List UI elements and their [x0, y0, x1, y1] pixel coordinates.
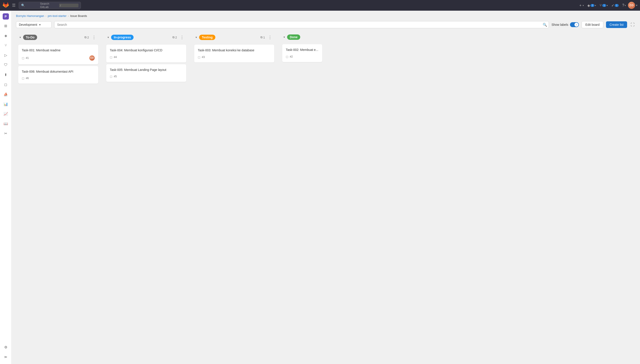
- card-footer: ◻ #2: [286, 55, 319, 58]
- plus-icon: ＋: [579, 3, 582, 8]
- sidebar-item-overview[interactable]: ⊞: [1, 21, 10, 30]
- board-search-container: 🔍: [54, 21, 549, 28]
- todo-icon: ✓: [611, 3, 614, 8]
- card-footer: ◻ #6: [22, 76, 95, 80]
- issue-icon: ◻: [22, 56, 24, 60]
- card-task-004[interactable]: Task-004: Membuat konfigurasi CI/CD ◻ #4: [106, 45, 186, 62]
- issues-badge: 2: [590, 4, 594, 7]
- column-testing-header: ▾ Testing ⧉ 1 ⋮: [192, 32, 276, 43]
- todo-badge: 1: [615, 4, 619, 7]
- project-initial[interactable]: P: [3, 13, 9, 20]
- card-footer: ◻ #1 CO: [22, 55, 95, 61]
- hamburger-button[interactable]: ☰: [11, 2, 16, 9]
- issue-icon: ◻: [110, 55, 112, 59]
- sidebar-item-analytics[interactable]: 📈: [1, 109, 10, 118]
- collapse-inprogress-button[interactable]: ▾: [107, 35, 109, 39]
- card-task-006[interactable]: Task-006: Membuat dokumentasi API ◻ #6: [18, 66, 98, 84]
- sidebar-item-cicd[interactable]: ▷: [1, 51, 10, 60]
- testing-count-value: 1: [263, 36, 265, 39]
- column-todo: ▾ To-Do ⧉ 2 ⋮ Task-001: Membuat readme ◻…: [16, 32, 100, 351]
- snippets-icon: ✂: [4, 131, 7, 136]
- testing-menu-button[interactable]: ⋮: [267, 34, 273, 40]
- main-content: Bornyto Hamonangan › pm-tool-starter › I…: [12, 11, 640, 364]
- help-icon: ?: [622, 3, 624, 7]
- testing-cards: Task-003: Membuat koneksi ke database ◻ …: [192, 43, 276, 351]
- card-task-003[interactable]: Task-003: Membuat koneksi ke database ◻ …: [194, 45, 274, 62]
- card-task-002[interactable]: Task-002: Membuat e... ◻ #2: [282, 44, 322, 62]
- sidebar-item-deployments[interactable]: ⬆: [1, 70, 10, 79]
- column-inprogress-header: ▾ In-progress ⧉ 2 ⋮: [104, 32, 188, 43]
- board-toolbar: Development ▾ 🔍 Show labels ✓ Edit board…: [16, 21, 636, 28]
- sidebar-item-monitor[interactable]: 📊: [1, 100, 10, 108]
- fullscreen-button[interactable]: ⛶: [630, 22, 636, 28]
- breadcrumb: Bornyto Hamonangan › pm-tool-starter › I…: [16, 14, 636, 18]
- infra-icon: ⛵: [4, 92, 8, 96]
- collapse-todo-button[interactable]: ▾: [19, 35, 21, 39]
- show-labels-section: Show labels ✓: [552, 22, 579, 27]
- card-task-005[interactable]: Task-005: Membuat Landing Page layout ◻ …: [106, 64, 186, 82]
- card-avatar: CO: [89, 55, 95, 61]
- breadcrumb-separator: ›: [45, 14, 46, 18]
- chevron-down-icon: ▾: [625, 4, 626, 7]
- merge-requests-button[interactable]: ⑂ 1 ▾: [598, 2, 609, 9]
- card-title: Task-005: Membuat Landing Page layout: [110, 68, 183, 72]
- todo-menu-button[interactable]: ⋮: [91, 34, 97, 40]
- chevron-down-icon: ▾: [607, 4, 608, 7]
- gitlab-logo[interactable]: [3, 2, 9, 8]
- user-avatar[interactable]: CO: [628, 2, 635, 9]
- column-testing: ▾ Testing ⧉ 1 ⋮ Task-003: Membuat koneks…: [192, 32, 276, 351]
- board-selector-label: Development: [19, 23, 37, 26]
- breadcrumb-link-user[interactable]: Bornyto Hamonangan: [16, 14, 44, 18]
- collapse-done-button[interactable]: ▾: [283, 35, 285, 39]
- sidebar-item-packages[interactable]: ◻: [1, 80, 10, 89]
- inprogress-menu-button[interactable]: ⋮: [179, 34, 185, 40]
- toggle-knob: ✓: [574, 23, 578, 27]
- edit-board-button[interactable]: Edit board: [582, 21, 603, 28]
- done-cards: Task-002: Membuat e... ◻ #2: [280, 42, 324, 351]
- sidebar-item-snippets[interactable]: ✂: [1, 129, 10, 138]
- sidebar-item-security[interactable]: 🛡: [1, 60, 10, 69]
- show-labels-label: Show labels: [552, 23, 568, 26]
- issues-button[interactable]: ◈ 2 ▾: [586, 2, 597, 9]
- show-labels-toggle[interactable]: ✓: [570, 22, 579, 27]
- search-icon-button[interactable]: 🔍: [543, 23, 547, 27]
- sidebar-item-merge-requests[interactable]: ⑂: [1, 41, 10, 50]
- todo-cards: Task-001: Membuat readme ◻ #1 CO Task-00…: [16, 43, 100, 351]
- sidebar-item-infrastructure[interactable]: ⛵: [1, 90, 10, 99]
- wiki-icon: 📖: [4, 122, 8, 126]
- card-task-001[interactable]: Task-001: Membuat readme ◻ #1 CO: [18, 45, 98, 64]
- sidebar-item-issues[interactable]: ◈: [1, 31, 10, 40]
- card-title: Task-003: Membuat koneksi ke database: [198, 48, 271, 53]
- user-menu-chevron[interactable]: ▾: [636, 4, 637, 7]
- issue-number: #6: [26, 77, 95, 80]
- sidebar-item-wiki[interactable]: 📖: [1, 119, 10, 128]
- done-label: Done: [287, 34, 300, 40]
- testing-count: ⧉ 1: [260, 36, 265, 39]
- sidebar-item-settings[interactable]: ⚙: [1, 343, 10, 352]
- overview-icon: ⊞: [4, 24, 7, 28]
- new-button[interactable]: ＋ ▾: [577, 2, 585, 9]
- chevron-down-icon: ▾: [39, 23, 49, 26]
- card-footer: ◻ #4: [110, 55, 183, 59]
- board-selector[interactable]: Development ▾: [16, 21, 52, 28]
- card-footer: ◻ #3: [198, 55, 271, 59]
- column-done: ▾ Done Task-002: Membuat e... ◻ #2: [280, 32, 324, 351]
- collapse-testing-button[interactable]: ▾: [195, 35, 197, 39]
- package-icon: ◻: [4, 82, 7, 87]
- breadcrumb-link-project[interactable]: pm-tool-starter: [48, 14, 67, 18]
- todos-button[interactable]: ✓ 1: [610, 2, 620, 9]
- chevron-down-icon: ▾: [595, 4, 596, 7]
- card-title: Task-001: Membuat readme: [22, 48, 95, 53]
- sidebar-expand-button[interactable]: ≫: [1, 352, 10, 361]
- merge-icon: ⑂: [5, 43, 7, 47]
- global-search-bar[interactable]: 🔍 Search GitLab /: [19, 2, 81, 9]
- testing-label: Testing: [199, 35, 215, 40]
- search-placeholder: Search GitLab: [40, 2, 57, 9]
- help-button[interactable]: ? ▾: [621, 2, 627, 9]
- sidebar-bottom: ⚙ ≫: [1, 343, 10, 361]
- breadcrumb-separator: ›: [68, 14, 69, 18]
- expand-icon: ≫: [4, 355, 7, 359]
- board-search-input[interactable]: [54, 21, 549, 28]
- create-list-button[interactable]: Create list: [606, 21, 627, 28]
- issues-icon: ◈: [4, 34, 7, 38]
